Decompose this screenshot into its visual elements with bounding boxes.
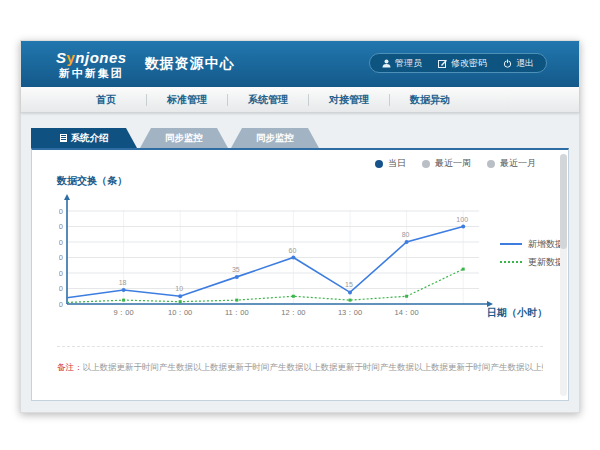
- tab-label: 系统介绍: [71, 132, 109, 145]
- change-password-button[interactable]: 修改密码: [438, 57, 487, 70]
- svg-text:60: 60: [59, 253, 63, 262]
- radio-icon: [487, 160, 495, 168]
- line-chart: 0204060801001209：0010：0011：0012：0013：001…: [59, 192, 499, 332]
- svg-text:15: 15: [345, 281, 353, 288]
- nav-item-data-changes[interactable]: 数据异动: [390, 93, 470, 107]
- app-header: Synjones 新中新集团 数据资源中心 管理员 修改密码 退出: [21, 41, 579, 87]
- svg-text:9：00: 9：00: [114, 308, 134, 317]
- svg-text:35: 35: [232, 266, 240, 273]
- svg-text:0: 0: [59, 300, 63, 309]
- x-axis-label: 日期（小时）: [487, 306, 547, 320]
- svg-text:11：00: 11：00: [225, 308, 249, 317]
- svg-text:14：00: 14：00: [395, 308, 419, 317]
- radio-option-last-week[interactable]: 最近一周: [422, 157, 471, 170]
- solid-line-icon: [500, 243, 522, 245]
- tab-sync-monitor-2[interactable]: 同步监控: [231, 128, 319, 148]
- legend-item-update-data: 更新数据: [500, 253, 564, 271]
- svg-text:100: 100: [456, 216, 468, 223]
- svg-text:40: 40: [59, 269, 63, 278]
- tab-bar: 系统介绍 同步监控 同步监控: [31, 128, 569, 148]
- radio-option-today[interactable]: 当日: [375, 157, 406, 170]
- tab-label: 同步监控: [256, 132, 294, 145]
- svg-text:60: 60: [289, 247, 297, 254]
- scrollbar-thumb[interactable]: [560, 154, 567, 249]
- change-password-label: 修改密码: [451, 57, 487, 70]
- svg-text:80: 80: [402, 231, 410, 238]
- nav-item-standard-mgmt[interactable]: 标准管理: [147, 93, 227, 107]
- nav-item-system-mgmt[interactable]: 系统管理: [228, 93, 308, 107]
- main-nav: 首页 标准管理 系统管理 对接管理 数据异动: [21, 87, 579, 113]
- svg-text:12：00: 12：00: [281, 308, 305, 317]
- svg-text:13：00: 13：00: [338, 308, 362, 317]
- chart-legend: 新增数据 更新数据: [500, 235, 564, 271]
- svg-text:10：00: 10：00: [168, 308, 192, 317]
- logo-subtext: 新中新集团: [56, 68, 127, 79]
- note-text: 以上数据更新于时间产生数据以上数据更新于时间产生数据以上数据更新于时间产生数据以…: [83, 362, 544, 372]
- content-panel: 当日 最近一周 最近一月 数据交换（条） 0204060801001209：00…: [31, 148, 569, 401]
- logo-text: Synjones: [56, 50, 127, 65]
- svg-text:10: 10: [175, 285, 183, 292]
- radio-label: 最近一周: [435, 157, 471, 170]
- note-prefix: 备注：: [57, 362, 83, 372]
- legend-item-new-data: 新增数据: [500, 235, 564, 253]
- edit-icon: [438, 59, 447, 68]
- document-icon: [60, 134, 67, 142]
- radio-label: 当日: [388, 157, 406, 170]
- radio-label: 最近一月: [500, 157, 536, 170]
- power-icon: [503, 59, 512, 68]
- radio-icon: [422, 160, 430, 168]
- svg-text:100: 100: [59, 222, 63, 231]
- svg-text:20: 20: [59, 284, 63, 293]
- nav-item-home[interactable]: 首页: [66, 93, 146, 107]
- tab-label: 同步监控: [165, 132, 203, 145]
- footer-note: 备注：以上数据更新于时间产生数据以上数据更新于时间产生数据以上数据更新于时间产生…: [57, 346, 543, 374]
- radio-option-last-month[interactable]: 最近一月: [487, 157, 536, 170]
- radio-selected-icon: [375, 160, 383, 168]
- app-window: Synjones 新中新集团 数据资源中心 管理员 修改密码 退出 首页 标准管…: [20, 40, 580, 413]
- user-toolbar: 管理员 修改密码 退出: [369, 53, 547, 73]
- nav-item-integration-mgmt[interactable]: 对接管理: [309, 93, 389, 107]
- svg-text:18: 18: [119, 279, 127, 286]
- tab-sync-monitor-1[interactable]: 同步监控: [140, 128, 228, 148]
- y-axis-label: 数据交换（条）: [57, 174, 127, 188]
- username-label: 管理员: [395, 57, 422, 70]
- tab-system-intro[interactable]: 系统介绍: [31, 128, 137, 148]
- user-menu-item[interactable]: 管理员: [382, 57, 422, 70]
- legend-label: 新增数据: [528, 238, 564, 251]
- svg-text:80: 80: [59, 238, 63, 247]
- panel-scrollbar[interactable]: [560, 154, 567, 396]
- logout-button[interactable]: 退出: [503, 57, 534, 70]
- dotted-line-icon: [500, 261, 522, 263]
- brand-logo: Synjones 新中新集团: [56, 50, 127, 79]
- logout-label: 退出: [516, 57, 534, 70]
- user-icon: [382, 59, 391, 68]
- svg-text:120: 120: [59, 207, 63, 216]
- time-range-filter: 当日 最近一周 最近一月: [375, 157, 536, 170]
- legend-label: 更新数据: [528, 256, 564, 269]
- page-title: 数据资源中心: [145, 55, 235, 73]
